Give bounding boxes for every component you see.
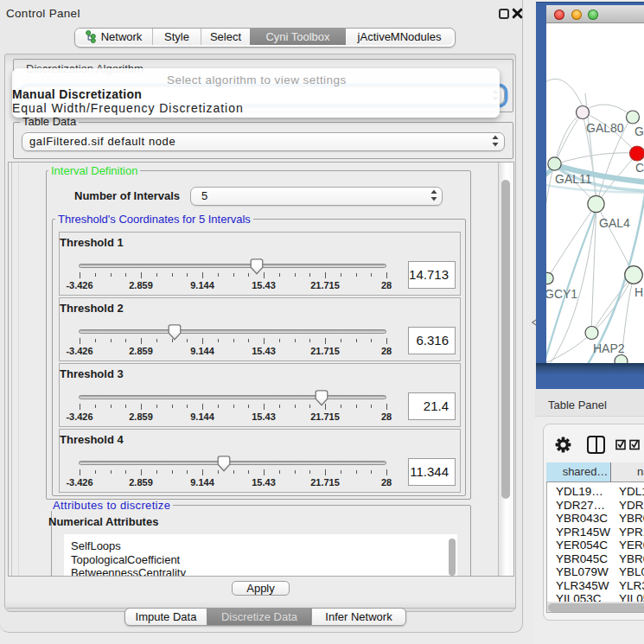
svg-text:C: C	[635, 161, 644, 175]
svg-text:GAL80: GAL80	[586, 121, 624, 135]
svg-text:GAL4: GAL4	[599, 216, 630, 230]
svg-text:HAP2: HAP2	[593, 341, 625, 355]
svg-text:GCY1: GCY1	[546, 287, 577, 301]
svg-text:GA: GA	[634, 124, 644, 138]
svg-text:GAL11: GAL11	[555, 172, 592, 186]
svg-text:H: H	[634, 285, 643, 299]
